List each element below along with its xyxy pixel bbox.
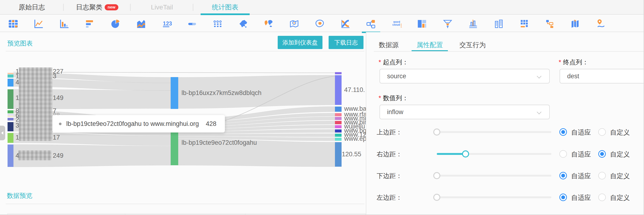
config-tab-属性配置[interactable]: 属性配置 (416, 40, 443, 50)
slider-handle[interactable] (462, 150, 469, 158)
sankey-source-node[interactable] (8, 73, 14, 74)
sankey-dest-node[interactable] (335, 125, 342, 128)
sankey-source-node[interactable] (8, 116, 14, 117)
tab-日志聚类[interactable]: 日志聚类new (64, 0, 130, 14)
radio-自适应[interactable] (559, 150, 567, 158)
column-chart-icon[interactable] (59, 18, 70, 29)
download-logs-button[interactable]: 下载日志 (328, 36, 364, 49)
stream-chart-icon[interactable] (340, 18, 351, 29)
margin-label: 下边距： (377, 172, 402, 180)
margin-slider[interactable] (437, 153, 551, 155)
world-map-icon[interactable] (263, 18, 274, 29)
single-value-icon[interactable]: 123 (161, 18, 172, 29)
dot-matrix-icon[interactable] (212, 18, 223, 29)
sankey-node-label: lb-bp16uxzx7km5zw8dblqch (182, 89, 262, 96)
config-panel: 数据源属性配置交互行为 *起点列：source*终点列：dest*数值列：inf… (366, 32, 644, 215)
required-asterisk: * (559, 59, 561, 66)
progress-bar-icon[interactable] (187, 18, 198, 29)
select-dest[interactable]: dest (560, 69, 644, 84)
sankey-source-node[interactable] (8, 110, 14, 114)
sankey-icon[interactable] (366, 18, 376, 29)
radio-自定义[interactable] (598, 128, 606, 136)
sankey-dest-node[interactable] (335, 142, 342, 167)
sankey-source-node[interactable] (8, 89, 14, 109)
area-chart-icon[interactable] (136, 18, 146, 29)
select-source[interactable]: source (380, 69, 550, 84)
sankey-dest-node[interactable] (335, 138, 342, 141)
line-chart-icon[interactable] (33, 18, 44, 29)
preview-title: 预览图表 (7, 39, 33, 48)
radio-label: 自定义 (610, 193, 630, 202)
margin-slider[interactable] (437, 175, 551, 176)
tab-LiveTail[interactable]: LiveTail (130, 0, 193, 14)
sankey-dest-node[interactable] (335, 117, 342, 120)
radio-label: 自适应 (571, 172, 591, 180)
china-map-icon[interactable] (238, 18, 249, 29)
slider-handle[interactable] (433, 194, 440, 201)
folded-map-icon[interactable] (570, 18, 581, 29)
config-tab-数据源[interactable]: 数据源 (379, 40, 398, 50)
sankey-node-label: 47.110. (344, 86, 365, 93)
field-label: *终点列： (559, 58, 588, 66)
sankey-chart: 12271341149876882.2931174249lb-bp16uxzx7… (0, 54, 366, 196)
radio-自定义[interactable] (598, 150, 606, 158)
topology-icon[interactable] (544, 18, 555, 29)
sankey-dest-node[interactable] (335, 75, 342, 105)
column-compare-icon[interactable] (493, 18, 504, 29)
funnel-icon[interactable] (442, 18, 453, 29)
sankey-node-label: 1 (16, 134, 19, 141)
tab-统计图表[interactable]: 统计图表 (193, 0, 257, 14)
sankey-flow (178, 134, 335, 137)
radio-自定义[interactable] (598, 194, 606, 201)
pie-chart-icon[interactable] (110, 18, 121, 29)
sankey-node-label: 1 (16, 94, 19, 101)
sankey-middle-node[interactable] (171, 77, 178, 109)
sankey-dest-node[interactable] (335, 72, 342, 74)
blur-patch (19, 68, 52, 141)
sankey-dest-node[interactable] (335, 106, 342, 112)
select-inflow[interactable]: inflow (380, 105, 550, 119)
config-tab-交互行为[interactable]: 交互行为 (460, 40, 486, 50)
sankey-dest-node[interactable] (335, 113, 342, 116)
sankey-source-node[interactable] (8, 122, 14, 131)
slider-handle[interactable] (433, 172, 440, 179)
sankey-source-node[interactable] (8, 133, 14, 143)
sankey-node-label: 149 (53, 94, 64, 101)
required-asterisk: * (378, 59, 381, 66)
region-map-icon[interactable] (314, 18, 325, 29)
histogram-icon[interactable] (468, 18, 478, 29)
treemap-icon[interactable] (416, 18, 427, 29)
margin-label: 上边距： (377, 128, 402, 136)
add-to-dashboard-button[interactable]: 添加到仪表盘 (278, 36, 322, 49)
matrix-icon[interactable] (519, 18, 530, 29)
sankey-source-node[interactable] (8, 79, 14, 86)
sankey-source-node[interactable] (8, 118, 14, 120)
margin-slider[interactable] (437, 196, 551, 198)
bar-chart-icon[interactable] (84, 18, 95, 29)
tab-原始日志[interactable]: 原始日志 (0, 0, 64, 14)
svg-text:123: 123 (163, 20, 172, 27)
sankey-source-node[interactable] (8, 74, 14, 78)
sankey-dest-node[interactable] (335, 134, 342, 137)
radio-自适应[interactable] (559, 128, 567, 136)
sankey-dest-node[interactable] (335, 121, 342, 124)
margin-slider[interactable] (437, 131, 551, 133)
sankey-source-node[interactable] (8, 114, 14, 115)
chevron-down-icon (537, 110, 542, 114)
table-icon[interactable] (8, 18, 18, 29)
margin-label: 右边距： (377, 150, 402, 158)
word-cloud-icon[interactable]: wordcloudword (391, 18, 402, 29)
trail-map-icon[interactable] (596, 18, 606, 29)
radio-自适应[interactable] (559, 194, 567, 201)
select-value: inflow (387, 108, 403, 116)
pin-map-icon[interactable] (289, 18, 300, 29)
radio-label: 自适应 (571, 128, 591, 137)
radio-自适应[interactable] (559, 172, 567, 180)
radio-自定义[interactable] (598, 172, 606, 180)
collapse-panel-handle[interactable] (0, 126, 5, 140)
chevron-down-icon (537, 74, 542, 78)
field-label: *起点列： (378, 58, 408, 66)
sankey-dest-node[interactable] (335, 130, 342, 132)
sankey-source-node[interactable] (8, 144, 14, 167)
slider-handle[interactable] (433, 128, 440, 136)
